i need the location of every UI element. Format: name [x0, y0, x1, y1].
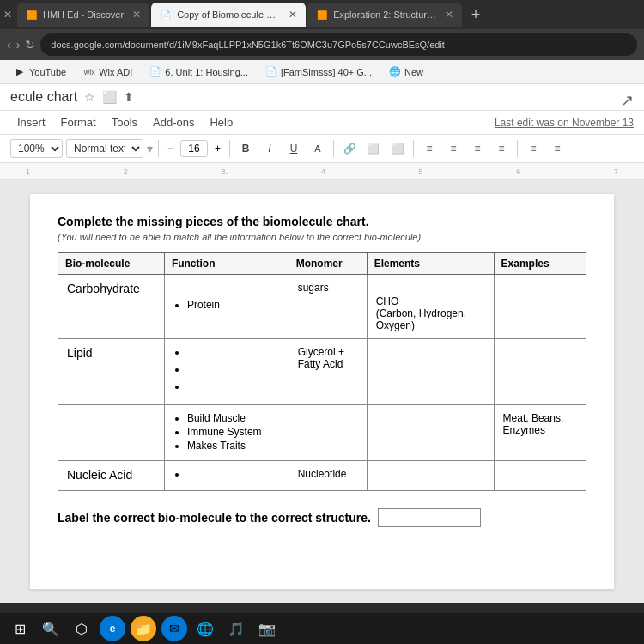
tab-biomolecule[interactable]: 📄 Copy of Biomolecule chart - Goo ✕: [151, 3, 306, 27]
biomolecule-name-2: Lipid: [67, 346, 93, 360]
menu-insert[interactable]: Insert: [10, 112, 52, 132]
bookmark-newtab-label: New: [404, 67, 423, 77]
align-right-button[interactable]: ≡: [467, 138, 488, 159]
address-text: docs.google.com/document/d/1iM9xFaqLLPP1…: [51, 39, 445, 50]
zoom-select[interactable]: 100%: [10, 139, 63, 158]
bookmark-wixadi-icon: wix: [83, 66, 95, 78]
bookmark-famsims-label: [FamSimsss] 40+ G...: [281, 67, 372, 77]
bold-button[interactable]: B: [235, 138, 256, 159]
menu-tools[interactable]: Tools: [105, 112, 144, 132]
menu-bar: Insert Format Tools Add-ons Help Last ed…: [0, 111, 644, 135]
underline-button[interactable]: U: [283, 138, 304, 159]
text-color-button[interactable]: A: [307, 138, 328, 159]
cell-function-4: [164, 461, 289, 491]
bottom-label-text: Label the correct bio-molecule to the co…: [58, 511, 371, 525]
link-button[interactable]: 🔗: [339, 138, 360, 159]
table-row: Build Muscle Immune System Makes Traits …: [58, 405, 586, 461]
image-button[interactable]: ⬜: [363, 138, 384, 159]
browser-close[interactable]: ✕: [3, 9, 12, 21]
cell-biomolecule-4: Nucleic Acid: [58, 461, 165, 491]
reload-button[interactable]: ↻: [25, 38, 35, 52]
taskbar-edge-button[interactable]: e: [100, 616, 125, 641]
cell-function-3: Build Muscle Immune System Makes Traits: [164, 405, 289, 461]
taskbar-taskview-button[interactable]: ⬡: [69, 616, 94, 641]
cell-biomolecule-1: Carbohydrate: [58, 275, 165, 339]
doc-folder-icon[interactable]: ⬜: [102, 90, 117, 104]
last-edit-text[interactable]: Last edit was on November 13: [495, 117, 634, 129]
taskbar-photo-button[interactable]: 📷: [254, 616, 280, 641]
ruler-mark-1: 1: [26, 167, 30, 176]
ruler-mark-5: 5: [418, 167, 422, 176]
tab-exploration[interactable]: 🟧 Exploration 2: Structure and Func ✕: [307, 3, 462, 27]
tab-hmh-close[interactable]: ✕: [132, 9, 141, 21]
cell-elements-1: CHO(Carbon, Hydrogen,Oxygen): [367, 275, 494, 339]
italic-button[interactable]: I: [259, 138, 280, 159]
cell-elements-4: [367, 461, 494, 491]
taskbar-search-button[interactable]: 🔍: [38, 616, 64, 641]
biomolecule-table: Bio-molecule Function Monomer Elements E…: [58, 252, 586, 491]
taskbar-windows-button[interactable]: ⊞: [7, 616, 33, 641]
align-left-button[interactable]: ≡: [419, 138, 440, 159]
taskbar-chrome-button[interactable]: 🌐: [192, 616, 218, 641]
function-blank-1: [173, 282, 280, 299]
bookmark-famsims-icon: 📄: [265, 66, 277, 78]
bookmark-youtube-label: YouTube: [29, 67, 66, 77]
function-list-1: Protein: [173, 299, 280, 311]
tab-exploration-close[interactable]: ✕: [445, 9, 453, 21]
menu-addons[interactable]: Add-ons: [146, 112, 201, 132]
function-item-4-1: [187, 468, 280, 482]
tab-hmh[interactable]: 🟧 HMH Ed - Discover ✕: [17, 3, 149, 27]
cell-function-1: Protein: [164, 275, 289, 339]
add-tab-button[interactable]: +: [464, 3, 488, 27]
ruler-mark-2: 2: [124, 167, 128, 176]
function-item-1-1: Protein: [187, 299, 280, 311]
taskbar-music-button[interactable]: 🎵: [223, 616, 249, 641]
bookmark-newtab-icon: 🌐: [389, 66, 401, 78]
font-size-minus[interactable]: −: [164, 143, 177, 155]
style-select[interactable]: Normal text: [66, 139, 143, 158]
align-justify-button[interactable]: ≡: [491, 138, 512, 159]
elements-spacer-1: [376, 282, 485, 295]
bookmark-youtube[interactable]: ▶ YouTube: [7, 64, 73, 80]
tab-bar: ✕ 🟧 HMH Ed - Discover ✕ 📄 Copy of Biomol…: [0, 0, 644, 29]
bookmark-housing-icon: 📄: [149, 66, 161, 78]
biomolecule-name-1: Carbohydrate: [67, 282, 140, 295]
list-button[interactable]: ≡: [547, 138, 568, 159]
tab-exploration-icon: 🟧: [316, 9, 328, 21]
forward-button[interactable]: ›: [16, 38, 21, 52]
bookmark-wixadi-label: Wix ADI: [99, 67, 132, 77]
bookmark-newtab[interactable]: 🌐 New: [382, 64, 430, 80]
cell-monomer-3: [289, 405, 367, 461]
tab-hmh-label: HMH Ed - Discover: [43, 9, 124, 20]
doc-title: ecule chart: [10, 89, 77, 105]
function-item-3-3: Makes Traits: [187, 440, 280, 452]
function-item-3-1: Build Muscle: [187, 412, 280, 424]
taskbar-mail-button[interactable]: ✉: [161, 616, 187, 641]
doc-star-icon[interactable]: ☆: [84, 90, 95, 104]
bookmark-famsims[interactable]: 📄 [FamSimsss] 40+ G...: [258, 64, 379, 80]
doc-cloud-icon[interactable]: ⬆: [124, 90, 134, 104]
tab-biomolecule-label: Copy of Biomolecule chart - Goo: [177, 9, 280, 20]
taskbar-folder-button[interactable]: 📁: [131, 616, 156, 641]
menu-format[interactable]: Format: [54, 112, 103, 132]
font-size-plus[interactable]: +: [211, 143, 224, 155]
cell-monomer-2: Glycerol +Fatty Acid: [289, 339, 367, 405]
monomer-2-text: Glycerol +Fatty Acid: [298, 346, 344, 370]
back-button[interactable]: ‹: [7, 38, 11, 52]
align-button[interactable]: ⬜: [387, 138, 408, 159]
document-scroll-area: Complete the missing pieces of the biomo…: [0, 180, 644, 603]
toolbar-divider-4: [413, 140, 414, 157]
bottom-label-input-box[interactable]: [378, 508, 481, 527]
table-row: Carbohydrate Protein sugars CHO(Carbon, …: [58, 275, 586, 339]
tab-biomolecule-close[interactable]: ✕: [289, 9, 297, 21]
font-size-field[interactable]: 16: [180, 140, 208, 157]
menu-help[interactable]: Help: [203, 112, 240, 132]
bookmark-wixadi[interactable]: wix Wix ADI: [76, 64, 139, 80]
align-center-button[interactable]: ≡: [443, 138, 464, 159]
bookmark-housing[interactable]: 📄 6. Unit 1: Housing...: [143, 64, 255, 80]
line-spacing-button[interactable]: ≡: [523, 138, 544, 159]
address-bar[interactable]: docs.google.com/document/d/1iM9xFaqLLPP1…: [40, 33, 637, 56]
taskbar: ⊞ 🔍 ⬡ e 📁 ✉ 🌐 🎵 📷: [0, 613, 644, 644]
th-examples: Examples: [494, 253, 586, 275]
function-list-3: Build Muscle Immune System Makes Traits: [173, 412, 280, 452]
